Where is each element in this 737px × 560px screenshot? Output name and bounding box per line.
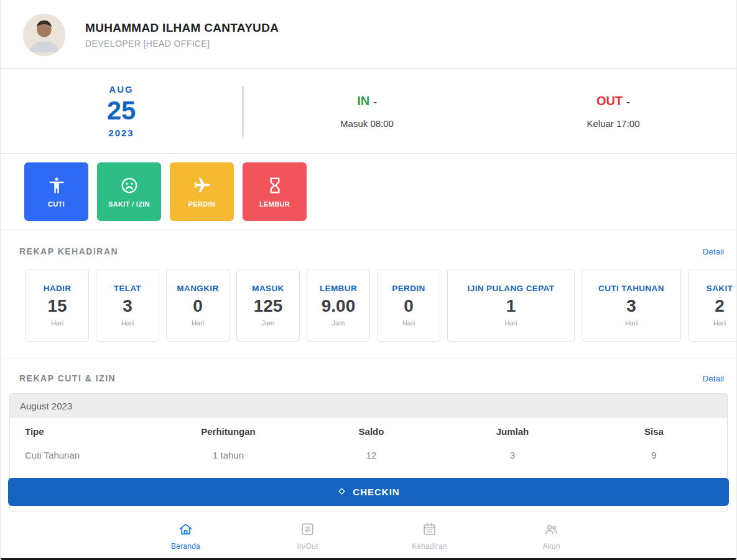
out-suffix: - <box>626 96 630 108</box>
cell-perhitungan: 1 tahun <box>159 450 297 460</box>
column-header-saldo: Saldo <box>297 426 445 437</box>
stat-value: 3 <box>626 297 636 315</box>
avatar <box>23 14 65 56</box>
nav-label: Akun <box>542 542 560 551</box>
date-year: 2023 <box>1 128 242 138</box>
stat-label: MASUK <box>252 284 284 293</box>
stat-unit: Hari <box>625 319 637 327</box>
in-detail: Masuk 08:00 <box>244 118 490 129</box>
stat-value: 125 <box>254 297 283 315</box>
in-suffix: - <box>373 96 377 108</box>
cell-tipe: Cuti Tahunan <box>10 450 159 460</box>
cell-saldo: 12 <box>297 450 445 460</box>
profile-role: DEVELOPER [HEAD OFFICE] <box>85 39 279 49</box>
stat-card-telat: TELAT 3 Hari <box>96 269 159 342</box>
stat-unit: Jam <box>332 319 345 327</box>
stat-card-hadir: HADIR 15 Hari <box>25 269 89 342</box>
cuti-button-label: CUTI <box>48 200 65 208</box>
stat-unit: Hari <box>713 319 726 327</box>
profile-name: MUHAMMAD ILHAM CANTAYUDA <box>85 21 279 35</box>
person-icon <box>47 176 66 195</box>
stat-value: 15 <box>47 297 67 315</box>
stat-unit: Hari <box>504 319 517 327</box>
app-page: MUHAMMAD ILHAM CANTAYUDA DEVELOPER [HEAD… <box>0 0 737 560</box>
calendar-icon <box>422 521 437 539</box>
stat-unit: Hari <box>121 319 134 327</box>
in-label: IN <box>357 94 369 108</box>
rekap-kehadiran-detail-link[interactable]: Detail <box>702 247 724 256</box>
nav-item-akun[interactable]: Akun <box>491 521 613 551</box>
stat-value: 9.00 <box>322 297 356 315</box>
perdin-button[interactable]: PERDIN <box>170 162 234 221</box>
nav-item-kehadiran[interactable]: Kehadiran <box>369 521 491 551</box>
leave-table-header-row: Tipe Perhitungan Saldo Jumlah Sisa <box>10 418 727 444</box>
rekap-cuti-title: REKAP CUTI & IZIN <box>19 373 116 383</box>
date-month: AUG <box>1 84 242 95</box>
home-icon <box>178 521 193 539</box>
stat-card-cuti-tahunan: CUTI TAHUNAN 3 Hari <box>582 269 681 342</box>
avatar-silhouette <box>23 14 65 56</box>
quick-actions: CUTI SAKIT / IZIN PERDIN LEMBUR <box>1 154 736 230</box>
stat-card-sakit: SAKIT 2 Hari <box>688 269 736 342</box>
attendance-stats-strip: HADIR 15 Hari TELAT 3 Hari MANGKIR 0 Har… <box>1 269 736 358</box>
in-status-title: IN- <box>244 94 490 108</box>
date-block: AUG 25 2023 <box>1 84 242 138</box>
nav-label: Beranda <box>171 542 200 551</box>
lembur-button[interactable]: LEMBUR <box>243 162 307 221</box>
column-header-perhitungan: Perhitungan <box>159 426 297 437</box>
stat-label: CUTI TAHUNAN <box>598 284 664 293</box>
checkin-button-label: CHECKIN <box>353 487 399 497</box>
stat-unit: Hari <box>192 319 204 327</box>
sad-face-icon <box>120 176 139 195</box>
stat-label: SAKIT <box>707 284 733 293</box>
rekap-cuti-header: REKAP CUTI & IZIN Detail <box>1 358 736 383</box>
profile-text: MUHAMMAD ILHAM CANTAYUDA DEVELOPER [HEAD… <box>85 21 279 49</box>
nav-item-inout[interactable]: In/Out <box>247 521 369 551</box>
cuti-button[interactable]: CUTI <box>24 162 88 221</box>
date-attendance-panel: AUG 25 2023 IN- Masuk 08:00 OUT- Keluar … <box>1 69 736 154</box>
stat-unit: Jam <box>262 319 275 327</box>
table-row: Cuti Tahunan 1 tahun 12 3 9 <box>10 444 727 467</box>
sakit-izin-button-label: SAKIT / IZIN <box>108 200 150 208</box>
leave-table-period: August 2023 <box>10 394 727 418</box>
checkin-button[interactable]: CHECKIN <box>8 478 729 506</box>
stat-label: IJIN PULANG CEPAT <box>468 284 555 293</box>
hourglass-icon <box>266 176 284 195</box>
stat-unit: Hari <box>51 319 63 327</box>
column-header-jumlah: Jumlah <box>445 426 580 437</box>
stat-label: TELAT <box>114 284 142 293</box>
out-status-title: OUT- <box>490 94 736 108</box>
stat-value: 1 <box>506 297 516 315</box>
stat-label: HADIR <box>44 284 72 293</box>
stat-card-perdin: PERDIN 0 Hari <box>377 269 440 342</box>
stat-card-lembur: LEMBUR 9.00 Jam <box>307 269 370 342</box>
nav-label: Kehadiran <box>412 542 447 551</box>
in-out-icon <box>300 521 315 539</box>
stat-value: 3 <box>123 297 132 315</box>
out-detail: Keluar 17:00 <box>490 118 736 129</box>
cell-sisa: 9 <box>580 450 728 460</box>
date-day: 25 <box>1 96 242 126</box>
perdin-button-label: PERDIN <box>188 200 215 208</box>
rekap-cuti-detail-link[interactable]: Detail <box>702 374 724 383</box>
stat-value: 0 <box>193 297 203 315</box>
stat-label: LEMBUR <box>320 284 357 293</box>
rekap-kehadiran-header: REKAP KEHADIRAN Detail <box>1 230 736 256</box>
airplane-icon <box>193 176 211 195</box>
stat-card-masuk: MASUK 125 Jam <box>236 269 300 342</box>
stat-card-ijin-pulang-cepat: IJIN PULANG CEPAT 1 Hari <box>447 269 575 342</box>
profile-header: MUHAMMAD ILHAM CANTAYUDA DEVELOPER [HEAD… <box>1 0 736 69</box>
diamond-icon <box>337 487 346 498</box>
stat-unit: Hari <box>402 319 415 327</box>
checkin-status-block: IN- Masuk 08:00 <box>244 94 490 129</box>
stat-label: PERDIN <box>392 284 425 293</box>
column-header-sisa: Sisa <box>580 426 728 437</box>
nav-item-beranda[interactable]: Beranda <box>125 521 247 551</box>
out-label: OUT <box>596 94 623 108</box>
sakit-izin-button[interactable]: SAKIT / IZIN <box>97 162 161 221</box>
account-icon <box>544 521 559 539</box>
stat-value: 2 <box>715 297 725 315</box>
cell-jumlah: 3 <box>445 450 580 460</box>
column-header-tipe: Tipe <box>10 426 159 437</box>
lembur-button-label: LEMBUR <box>259 200 290 208</box>
